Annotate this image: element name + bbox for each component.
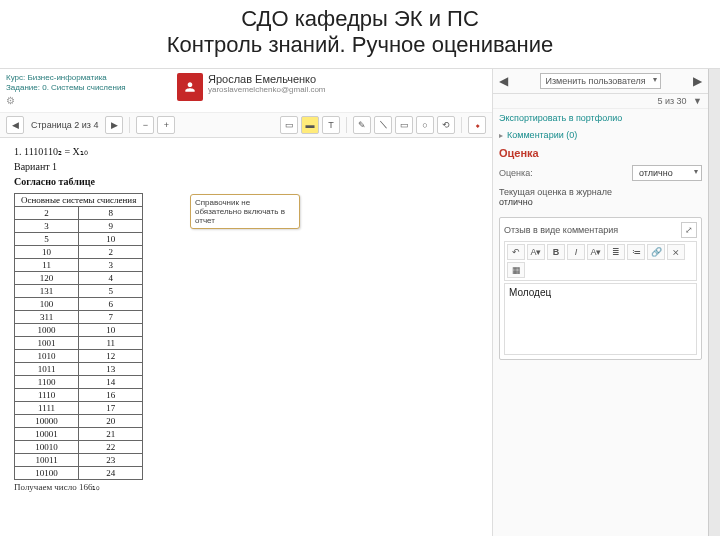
export-portfolio-link[interactable]: Экспортировать в портфолио [493, 109, 708, 127]
table-row: 1000121 [15, 427, 143, 440]
table-row: 1001022 [15, 440, 143, 453]
table-row: 111117 [15, 401, 143, 414]
table-cell: 3 [15, 219, 79, 232]
line-tool-button[interactable]: ＼ [374, 116, 392, 134]
table-cell: 24 [79, 466, 143, 479]
table-cell: 10001 [15, 427, 79, 440]
table-cell: 8 [79, 206, 143, 219]
zoom-out-button[interactable]: − [136, 116, 154, 134]
editor-toolbar: ↶ A▾ B I A▾ ≣ ≔ 🔗 ⨯ ▦ [504, 241, 697, 281]
table-row: 3117 [15, 310, 143, 323]
table-cell: 23 [79, 453, 143, 466]
link-button[interactable]: 🔗 [647, 244, 665, 260]
table-row: 1315 [15, 284, 143, 297]
context-header: Курс: Бизнес-информатика Задание: 0. Сис… [0, 69, 492, 113]
oval-tool-button[interactable]: ○ [416, 116, 434, 134]
course-info: Курс: Бизнес-информатика Задание: 0. Сис… [6, 73, 171, 108]
gear-icon[interactable]: ⚙ [6, 95, 15, 108]
assignment-name: Задание: 0. Системы счисления [6, 83, 171, 93]
table-cell: 5 [79, 284, 143, 297]
slide-title-1: СДО кафедры ЭК и ПС [0, 6, 720, 32]
student-counter-row: 5 из 30 ▼ [493, 94, 708, 109]
table-cell: 16 [79, 388, 143, 401]
next-student-button[interactable]: ▶ [693, 74, 702, 88]
style-button[interactable]: A▾ [527, 244, 545, 260]
numeral-systems-table: Основные системы счисления 2839510102113… [14, 193, 143, 480]
table-cell: 1110 [15, 388, 79, 401]
student-switcher: ◀ Изменить пользователя ▶ [493, 69, 708, 94]
comment-tool-button[interactable]: ▭ [280, 116, 298, 134]
italic-button[interactable]: I [567, 244, 585, 260]
table-cell: 10011 [15, 453, 79, 466]
feedback-label: Отзыв в виде комментария [504, 225, 618, 235]
table-cell: 1100 [15, 375, 79, 388]
table-cell: 131 [15, 284, 79, 297]
pen-tool-button[interactable]: ✎ [353, 116, 371, 134]
stamp-tool-button[interactable]: ⬥ [468, 116, 486, 134]
table-row: 1010024 [15, 466, 143, 479]
student-email: yaroslavemelchenko@gmail.com [208, 85, 326, 94]
table-row: 28 [15, 206, 143, 219]
table-cell: 20 [79, 414, 143, 427]
table-row: 101012 [15, 349, 143, 362]
table-cell: 22 [79, 440, 143, 453]
table-cell: 10 [79, 323, 143, 336]
table-cell: 1111 [15, 401, 79, 414]
section-title: Согласно таблице [14, 176, 478, 187]
font-button[interactable]: A▾ [587, 244, 605, 260]
table-cell: 10010 [15, 440, 79, 453]
chevron-right-icon: ▸ [499, 131, 503, 140]
expand-editor-button[interactable]: ⤢ [681, 222, 697, 238]
document-viewport[interactable]: 1. 1110110₂ = X₁₀ Вариант 1 Согласно таб… [0, 138, 492, 537]
table-cell: 1000 [15, 323, 79, 336]
page-indicator: Страница 2 из 4 [27, 120, 102, 130]
comments-label: Комментарии (0) [507, 130, 577, 140]
table-cell: 10 [15, 245, 79, 258]
table-cell: 9 [79, 219, 143, 232]
list-ul-button[interactable]: ≣ [607, 244, 625, 260]
feedback-textarea[interactable]: Молодец [504, 283, 697, 355]
next-page-button[interactable]: ▶ [105, 116, 123, 134]
grading-app: Курс: Бизнес-информатика Задание: 0. Сис… [0, 68, 720, 536]
text-tool-button[interactable]: T [322, 116, 340, 134]
slide-title-2: Контроль знаний. Ручное оценивание [0, 32, 720, 58]
unlink-button[interactable]: ⨯ [667, 244, 685, 260]
table-cell: 11 [79, 336, 143, 349]
submission-pane: Курс: Бизнес-информатика Задание: 0. Сис… [0, 69, 493, 536]
pdf-toolbar: ◀ Страница 2 из 4 ▶ − + ▭ ▬ T ✎ ＼ ▭ ○ ⟲ … [0, 113, 492, 138]
table-row: 101113 [15, 362, 143, 375]
table-cell: 1010 [15, 349, 79, 362]
student-block: Ярослав Емельченко yaroslavemelchenko@gm… [177, 73, 326, 101]
list-ol-button[interactable]: ≔ [627, 244, 645, 260]
prev-page-button[interactable]: ◀ [6, 116, 24, 134]
table-header: Основные системы счисления [15, 193, 143, 206]
image-button[interactable]: ▦ [507, 262, 525, 278]
table-cell: 12 [79, 349, 143, 362]
table-cell: 11 [15, 258, 79, 271]
table-row: 110014 [15, 375, 143, 388]
table-row: 100111 [15, 336, 143, 349]
grade-heading: Оценка [499, 147, 702, 159]
table-row: 111016 [15, 388, 143, 401]
annotation-note[interactable]: Справочник не обязательно включать в отч… [190, 194, 300, 229]
change-user-select[interactable]: Изменить пользователя [540, 73, 660, 89]
undo-button[interactable]: ↶ [507, 244, 525, 260]
table-cell: 17 [79, 401, 143, 414]
current-grade-label: Текущая оценка в журнале [499, 187, 702, 197]
table-cell: 100 [15, 297, 79, 310]
clear-tool-button[interactable]: ⟲ [437, 116, 455, 134]
prev-student-button[interactable]: ◀ [499, 74, 508, 88]
highlight-tool-button[interactable]: ▬ [301, 116, 319, 134]
table-row: 1000020 [15, 414, 143, 427]
table-cell: 1001 [15, 336, 79, 349]
grade-select[interactable]: отлично [632, 165, 702, 181]
bold-button[interactable]: B [547, 244, 565, 260]
comments-toggle[interactable]: ▸ Комментарии (0) [493, 127, 708, 143]
rect-tool-button[interactable]: ▭ [395, 116, 413, 134]
zoom-in-button[interactable]: + [157, 116, 175, 134]
feedback-editor: Отзыв в виде комментария ⤢ ↶ A▾ B I A▾ ≣… [499, 217, 702, 360]
table-cell: 7 [79, 310, 143, 323]
filter-icon[interactable]: ▼ [693, 96, 702, 106]
scrollbar[interactable] [708, 69, 720, 536]
table-row: 102 [15, 245, 143, 258]
